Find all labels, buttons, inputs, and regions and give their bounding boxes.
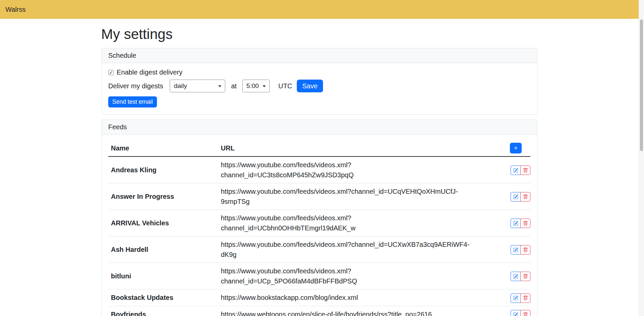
table-row: Bookstack Updates https://www.bookstacka… xyxy=(108,289,530,306)
pencil-square-icon xyxy=(513,296,518,301)
feed-actions-cell xyxy=(483,236,530,263)
feed-actions-cell xyxy=(483,183,530,210)
feeds-card-body: Name URL + Andreas Kling https://www.you… xyxy=(102,135,537,316)
feed-url: https://www.webtoons.com/en/slice-of-lif… xyxy=(217,306,483,316)
pencil-square-icon xyxy=(513,274,518,279)
trash-icon xyxy=(523,194,528,199)
trash-icon xyxy=(523,168,528,173)
table-row: bitluni https://www.youtube.com/feeds/vi… xyxy=(108,263,530,289)
feeds-table: Name URL + Andreas Kling https://www.you… xyxy=(108,140,530,316)
save-button[interactable]: Save xyxy=(297,80,323,92)
schedule-card-header: Schedule xyxy=(102,48,537,63)
scrollbar[interactable] xyxy=(639,0,644,316)
pencil-square-icon xyxy=(513,312,518,316)
at-label: at xyxy=(231,82,237,90)
edit-feed-button[interactable] xyxy=(511,219,521,228)
feed-actions xyxy=(511,294,530,303)
edit-feed-button[interactable] xyxy=(511,272,521,281)
page-title: My settings xyxy=(101,26,537,42)
trash-icon xyxy=(523,247,528,253)
edit-feed-button[interactable] xyxy=(511,192,521,201)
enable-digest-row: Enable digest delivery xyxy=(108,69,530,76)
feed-name: Andreas Kling xyxy=(108,156,217,183)
edit-feed-button[interactable] xyxy=(511,166,521,175)
feed-url: https://www.youtube.com/feeds/videos.xml… xyxy=(217,263,483,289)
feeds-card-header: Feeds xyxy=(102,120,537,135)
frequency-select[interactable]: daily xyxy=(170,80,225,92)
enable-digest-label[interactable]: Enable digest delivery xyxy=(117,69,183,76)
table-row: ARRIVAL Vehicles https://www.youtube.com… xyxy=(108,210,530,236)
feed-actions-cell xyxy=(483,210,530,236)
feed-name: Ash Hardell xyxy=(108,236,217,263)
delete-feed-button[interactable] xyxy=(520,166,530,175)
schedule-card-body: Enable digest delivery Deliver my digest… xyxy=(102,63,537,114)
add-feed-button[interactable]: + xyxy=(510,143,522,153)
trash-icon xyxy=(523,312,528,316)
pencil-square-icon xyxy=(513,194,518,199)
feed-actions xyxy=(511,310,530,316)
feed-url: https://www.youtube.com/feeds/videos.xml… xyxy=(217,236,483,263)
feed-actions-cell xyxy=(483,156,530,183)
feeds-card: Feeds Name URL + Andreas Kling https://w xyxy=(101,120,537,316)
main-content: My settings Schedule Enable digest deliv… xyxy=(97,26,541,316)
navbar-brand[interactable]: Walrss xyxy=(5,6,26,13)
feed-name: Boyfriends xyxy=(108,306,217,316)
table-row: Answer In Progress https://www.youtube.c… xyxy=(108,183,530,210)
trash-icon xyxy=(523,274,528,279)
table-row: Boyfriends https://www.webtoons.com/en/s… xyxy=(108,306,530,316)
delivery-controls-row: Deliver my digests daily at 5:00 UTC Sav… xyxy=(108,80,530,92)
delete-feed-button[interactable] xyxy=(520,245,530,255)
feed-actions xyxy=(511,245,530,255)
trash-icon xyxy=(523,296,528,301)
feed-name: Answer In Progress xyxy=(108,183,217,210)
edit-feed-button[interactable] xyxy=(511,245,521,255)
schedule-card: Schedule Enable digest delivery Deliver … xyxy=(101,48,537,115)
feeds-table-body: Andreas Kling https://www.youtube.com/fe… xyxy=(108,156,530,316)
utc-label: UTC xyxy=(278,82,292,90)
deliver-label: Deliver my digests xyxy=(108,82,163,90)
page: Walrss My settings Schedule Enable diges… xyxy=(0,0,639,316)
feed-name: bitluni xyxy=(108,263,217,289)
feeds-table-header-row: Name URL + xyxy=(108,140,530,156)
pencil-square-icon xyxy=(513,247,518,253)
feed-name: ARRIVAL Vehicles xyxy=(108,210,217,236)
feed-actions xyxy=(511,166,530,175)
table-row: Andreas Kling https://www.youtube.com/fe… xyxy=(108,156,530,183)
column-header-actions: + xyxy=(483,140,530,156)
edit-feed-button[interactable] xyxy=(511,310,521,316)
pencil-square-icon xyxy=(513,221,518,226)
time-select-value: 5:00 xyxy=(246,82,259,90)
feed-actions-cell xyxy=(483,289,530,306)
delete-feed-button[interactable] xyxy=(520,192,530,201)
feed-actions xyxy=(511,272,530,281)
delete-feed-button[interactable] xyxy=(520,219,530,228)
enable-digest-checkbox[interactable] xyxy=(108,70,114,75)
delete-feed-button[interactable] xyxy=(520,272,530,281)
trash-icon xyxy=(523,221,528,226)
frequency-select-value: daily xyxy=(174,82,187,90)
edit-feed-button[interactable] xyxy=(511,294,521,303)
feed-actions-cell xyxy=(483,306,530,316)
feed-url: https://www.bookstackapp.com/blog/index.… xyxy=(217,289,483,306)
delete-feed-button[interactable] xyxy=(520,310,530,316)
navbar: Walrss xyxy=(0,0,639,19)
feed-url: https://www.youtube.com/feeds/videos.xml… xyxy=(217,156,483,183)
feed-actions-cell xyxy=(483,263,530,289)
delete-feed-button[interactable] xyxy=(520,294,530,303)
column-header-name: Name xyxy=(108,140,217,156)
feed-url: https://www.youtube.com/feeds/videos.xml… xyxy=(217,210,483,236)
time-select[interactable]: 5:00 xyxy=(242,80,270,92)
feed-name: Bookstack Updates xyxy=(108,289,217,306)
feed-url: https://www.youtube.com/feeds/videos.xml… xyxy=(217,183,483,210)
send-test-email-button[interactable]: Send test email xyxy=(108,96,157,107)
pencil-square-icon xyxy=(513,168,518,173)
feed-actions xyxy=(511,219,530,228)
table-row: Ash Hardell https://www.youtube.com/feed… xyxy=(108,236,530,263)
feed-actions xyxy=(511,192,530,201)
column-header-url: URL xyxy=(217,140,483,156)
scrollbar-thumb[interactable] xyxy=(640,19,643,151)
